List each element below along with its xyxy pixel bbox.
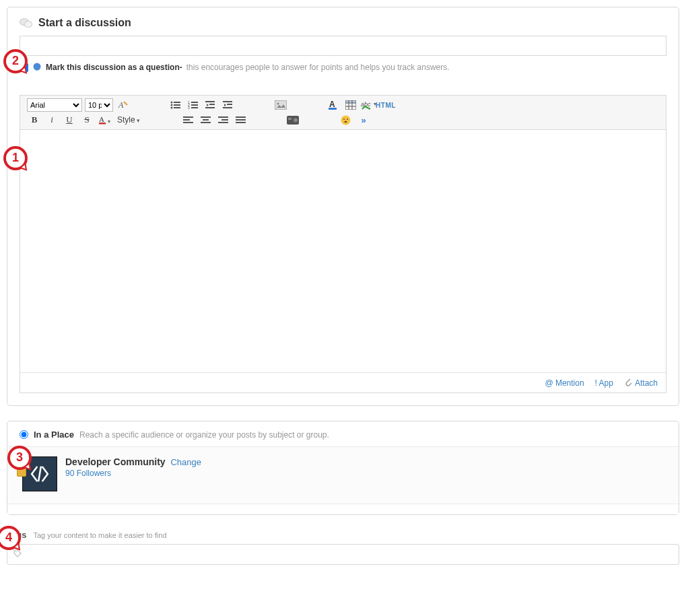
toolbar-advanced-group: A abc HTML <box>322 98 397 112</box>
svg-rect-46 <box>288 118 291 120</box>
svg-rect-19 <box>223 107 232 108</box>
place-panel: In a Place Reach a specific audience or … <box>7 421 679 515</box>
svg-rect-40 <box>218 122 228 123</box>
place-name: Developer Community <box>65 456 166 467</box>
spellcheck-icon[interactable]: abc <box>361 98 376 112</box>
bold-icon[interactable]: B <box>27 113 42 127</box>
svg-point-6 <box>171 107 173 109</box>
place-meta: Developer Community Change 90 Followers <box>65 456 201 478</box>
callout-3: 3 <box>7 446 32 470</box>
svg-rect-32 <box>183 116 193 118</box>
svg-point-0 <box>34 63 41 71</box>
underline-icon[interactable]: U <box>62 113 77 127</box>
toolbar-insert-group-2 <box>281 113 304 127</box>
align-center-icon[interactable] <box>198 113 213 127</box>
mark-question-help: this encourages people to answer for poi… <box>186 63 450 72</box>
change-place-link[interactable]: Change <box>170 457 201 467</box>
place-header: In a Place Reach a specific audience or … <box>7 421 679 447</box>
rich-text-editor: Arial 10 pt A <box>20 95 666 393</box>
svg-rect-20 <box>275 100 287 110</box>
callout-2: 2 <box>3 49 28 73</box>
svg-rect-42 <box>236 119 246 121</box>
discussion-panel: Start a discussion Mark this discussion … <box>7 7 679 406</box>
svg-rect-14 <box>205 101 215 102</box>
insert-image-icon[interactable] <box>273 98 288 112</box>
editor-footer: @ Mention ! App Attach <box>20 372 666 392</box>
svg-point-4 <box>171 104 173 106</box>
italic-icon[interactable]: i <box>44 113 59 127</box>
outdent-icon[interactable] <box>203 98 218 112</box>
discussion-title-input[interactable] <box>20 36 666 56</box>
tags-input[interactable] <box>7 544 679 565</box>
svg-rect-11 <box>191 104 198 106</box>
more-icon[interactable]: » <box>355 113 370 127</box>
tags-help: Tag your content to make it easier to fi… <box>33 531 166 539</box>
svg-rect-9 <box>191 102 198 103</box>
question-bubble-icon <box>32 63 42 72</box>
svg-point-48 <box>343 118 345 120</box>
emoji-icon[interactable] <box>338 113 353 127</box>
font-family-select[interactable]: Arial <box>27 98 82 112</box>
style-dropdown[interactable]: Style <box>114 115 143 125</box>
svg-rect-35 <box>201 116 211 118</box>
svg-rect-39 <box>221 119 228 121</box>
place-name-row: Developer Community Change <box>65 456 201 467</box>
toolbar-insert-group-1 <box>269 98 292 112</box>
bullet-list-icon[interactable] <box>168 98 183 112</box>
app-link[interactable]: ! App <box>595 377 613 388</box>
toolbar-align-group <box>176 113 252 127</box>
insert-video-icon[interactable] <box>285 113 300 127</box>
callout-4: 4 <box>0 526 21 550</box>
svg-rect-15 <box>209 104 215 105</box>
font-color-icon[interactable]: A <box>97 113 112 127</box>
place-footer-strip <box>7 504 679 514</box>
svg-point-45 <box>294 118 298 122</box>
html-source-button[interactable]: HTML <box>378 98 393 112</box>
toolbar-font-group: Arial 10 pt A <box>23 98 135 112</box>
section-title-row: Start a discussion <box>20 17 666 29</box>
numbered-list-icon[interactable]: 123 <box>186 98 201 112</box>
strikethrough-icon[interactable]: S <box>79 113 94 127</box>
svg-rect-41 <box>236 116 246 118</box>
callout-1: 1 <box>3 146 28 170</box>
svg-rect-16 <box>205 107 215 108</box>
font-size-select[interactable]: 10 pt <box>85 98 113 112</box>
svg-rect-31 <box>99 123 106 125</box>
insert-table-icon[interactable] <box>343 98 358 112</box>
tags-section: Tags Tag your content to make it easier … <box>7 530 679 565</box>
indent-icon[interactable] <box>221 98 236 112</box>
svg-text:3: 3 <box>188 106 190 110</box>
section-title: Start a discussion <box>38 17 131 29</box>
toolbar-emoji-group: » <box>334 113 374 127</box>
mention-link[interactable]: @ Mention <box>545 377 584 388</box>
place-body: Developer Community Change 90 Followers <box>7 447 679 504</box>
svg-point-49 <box>347 118 348 120</box>
place-help: Reach a specific audience or organize yo… <box>79 430 329 440</box>
discussion-icon <box>20 17 33 29</box>
svg-rect-37 <box>201 122 211 123</box>
editor-body[interactable] <box>20 130 666 372</box>
attach-link[interactable]: Attach <box>624 377 658 388</box>
align-right-icon[interactable] <box>215 113 230 127</box>
svg-rect-18 <box>227 104 232 105</box>
svg-text:A: A <box>118 100 124 110</box>
svg-point-50 <box>344 121 347 122</box>
svg-point-2 <box>171 102 173 104</box>
toolbar-format-group: B i U S A Style <box>23 113 147 127</box>
place-radio[interactable] <box>20 430 28 439</box>
place-title: In a Place <box>34 430 74 440</box>
svg-rect-3 <box>174 102 180 103</box>
svg-point-47 <box>341 115 350 125</box>
place-followers[interactable]: 90 Followers <box>65 469 201 478</box>
svg-rect-38 <box>218 116 228 118</box>
clear-formatting-icon[interactable]: A <box>116 98 131 112</box>
svg-text:A: A <box>329 100 335 109</box>
question-row: Mark this discussion as a question- this… <box>20 63 666 72</box>
align-left-icon[interactable] <box>180 113 195 127</box>
toolbar-list-group: 123 <box>164 98 240 112</box>
svg-rect-17 <box>223 101 232 102</box>
svg-text:A: A <box>99 115 104 123</box>
paperclip-icon <box>624 377 632 388</box>
text-color-icon[interactable]: A <box>326 98 341 112</box>
align-justify-icon[interactable] <box>233 113 248 127</box>
